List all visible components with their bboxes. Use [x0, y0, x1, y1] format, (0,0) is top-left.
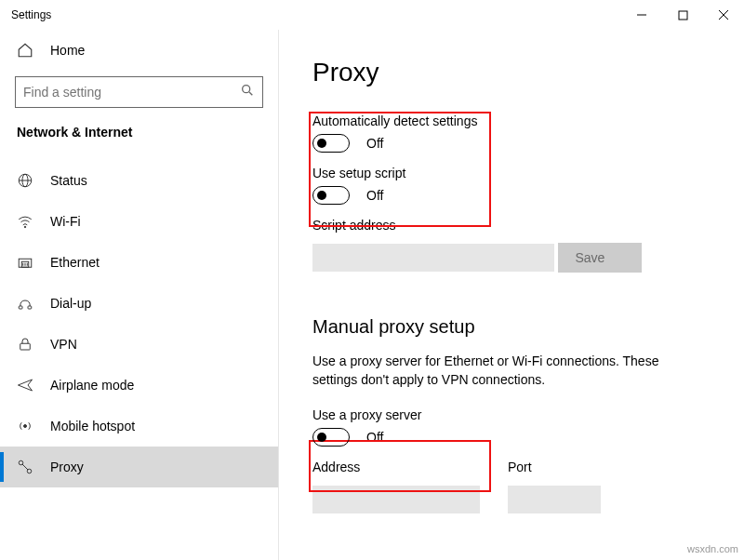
- home-nav[interactable]: Home: [0, 30, 278, 71]
- sidebar-item-airplane[interactable]: Airplane mode: [0, 365, 278, 406]
- page-title: Proxy: [312, 58, 711, 87]
- sidebar-item-label: Proxy: [50, 460, 84, 474]
- search-input[interactable]: [23, 85, 240, 100]
- svg-line-5: [249, 92, 252, 95]
- auto-detect-state: Off: [366, 136, 383, 151]
- manual-proxy-header: Manual proxy setup: [312, 316, 711, 338]
- svg-rect-17: [20, 343, 31, 350]
- toggle-knob: [317, 433, 326, 442]
- window-controls: [621, 0, 744, 30]
- sidebar-item-label: Wi-Fi: [50, 214, 81, 229]
- sidebar-item-wifi[interactable]: Wi-Fi: [0, 201, 278, 242]
- svg-point-18: [24, 425, 27, 428]
- sidebar-item-proxy[interactable]: Proxy: [0, 447, 278, 487]
- setup-script-toggle[interactable]: [312, 186, 350, 205]
- sidebar-item-vpn[interactable]: VPN: [0, 324, 278, 365]
- sidebar-item-label: VPN: [50, 337, 77, 352]
- setup-script-state: Off: [366, 188, 383, 203]
- hotspot-icon: [17, 418, 33, 434]
- manual-proxy-description: Use a proxy server for Ethernet or Wi-Fi…: [312, 353, 694, 389]
- toggle-knob: [317, 191, 326, 200]
- sidebar-item-label: Mobile hotspot: [50, 419, 135, 433]
- sidebar-item-ethernet[interactable]: Ethernet: [0, 242, 278, 283]
- maximize-button[interactable]: [662, 0, 703, 30]
- titlebar: Settings: [0, 0, 744, 30]
- airplane-icon: [17, 377, 33, 393]
- svg-line-21: [22, 464, 28, 470]
- svg-point-9: [24, 226, 26, 228]
- toggle-knob: [317, 139, 326, 148]
- address-input[interactable]: [312, 486, 480, 513]
- sidebar: Home Network & Internet Status Wi-Fi: [0, 30, 279, 560]
- port-input[interactable]: [508, 486, 601, 513]
- home-label: Home: [50, 43, 85, 58]
- auto-detect-toggle[interactable]: [312, 134, 350, 153]
- main-content: Proxy Automatically detect settings Off …: [279, 30, 744, 560]
- dialup-icon: [17, 295, 33, 312]
- sidebar-item-status[interactable]: Status: [0, 160, 278, 201]
- watermark: wsxdn.com: [687, 543, 738, 554]
- port-label: Port: [508, 460, 601, 474]
- svg-rect-16: [28, 306, 32, 309]
- sidebar-item-hotspot[interactable]: Mobile hotspot: [0, 406, 278, 447]
- use-proxy-state: Off: [366, 430, 383, 445]
- search-icon: [240, 83, 255, 101]
- globe-icon: [17, 172, 33, 189]
- use-proxy-toggle[interactable]: [312, 428, 350, 447]
- address-label: Address: [312, 460, 480, 474]
- home-icon: [17, 42, 33, 59]
- svg-rect-15: [19, 306, 22, 309]
- use-proxy-label: Use a proxy server: [312, 407, 711, 422]
- script-address-input[interactable]: [312, 244, 554, 272]
- window-title: Settings: [11, 8, 51, 21]
- sidebar-item-label: Ethernet: [50, 255, 100, 270]
- sidebar-item-label: Airplane mode: [50, 378, 134, 393]
- sidebar-section-header: Network & Internet: [0, 125, 278, 160]
- svg-point-4: [243, 86, 250, 93]
- minimize-button[interactable]: [621, 0, 662, 30]
- proxy-icon: [17, 459, 33, 475]
- sidebar-item-dialup[interactable]: Dial-up: [0, 283, 278, 324]
- auto-detect-label: Automatically detect settings: [312, 113, 711, 128]
- sidebar-item-label: Status: [50, 173, 87, 188]
- vpn-icon: [17, 336, 33, 353]
- search-box[interactable]: [15, 76, 263, 108]
- sidebar-item-label: Dial-up: [50, 296, 91, 311]
- wifi-icon: [17, 213, 33, 230]
- svg-rect-1: [679, 11, 687, 20]
- script-address-label: Script address: [312, 218, 711, 233]
- save-button[interactable]: Save: [558, 243, 642, 273]
- ethernet-icon: [17, 254, 33, 271]
- close-button[interactable]: [703, 0, 744, 30]
- setup-script-label: Use setup script: [312, 166, 711, 180]
